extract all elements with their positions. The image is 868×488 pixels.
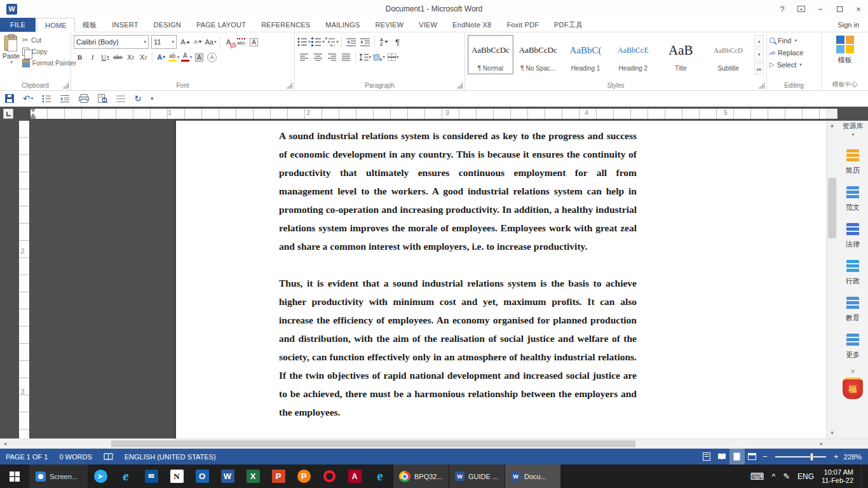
font-color-button[interactable]: A▾ (180, 51, 193, 64)
style-heading-2[interactable]: AaBbCcEHeading 2 (610, 35, 656, 74)
horizontal-scroll-thumb[interactable] (111, 440, 635, 447)
read-mode-button[interactable] (714, 449, 729, 464)
taskbar-pdf-app[interactable]: P (291, 464, 316, 488)
print-layout-button[interactable] (729, 449, 745, 464)
style-no-spacing[interactable]: AaBbCcDc¶ No Spac... (515, 35, 561, 74)
styles-scroll-down-button[interactable]: ▾ (754, 49, 764, 61)
highlight-button[interactable]: ab▾ (168, 51, 180, 64)
panel-item-law[interactable]: 法律 (844, 221, 861, 249)
zoom-percentage[interactable]: 228% (841, 453, 868, 461)
style-normal[interactable]: AaBbCcDc¶ Normal (468, 35, 513, 74)
shading-button[interactable]: ▾ (372, 51, 386, 64)
panel-item-admin[interactable]: 行政 (844, 258, 861, 286)
strikethrough-button[interactable]: abc (112, 51, 124, 64)
decrease-indent-button[interactable] (344, 36, 358, 48)
grow-font-button[interactable]: A (179, 36, 191, 48)
tab-endnote[interactable]: EndNote X8 (445, 18, 499, 32)
text-effects-button[interactable]: A▾ (155, 51, 167, 64)
style-heading-1[interactable]: AaBbC(Heading 1 (563, 35, 609, 74)
character-shading-button[interactable]: A (193, 51, 205, 64)
template-button[interactable]: 模板 (824, 34, 865, 66)
increase-indent-button[interactable] (358, 36, 372, 48)
ribbon-display-options-button[interactable]: ▴ (792, 0, 811, 18)
language-indicator[interactable]: ENGLISH (UNITED STATES) (119, 449, 222, 464)
enclose-characters-button[interactable]: A (206, 51, 218, 64)
bullets-button[interactable]: ▾ (297, 36, 311, 48)
taskbar-window-document1[interactable]: WDocu... (505, 464, 560, 488)
taskbar-excel[interactable]: X (240, 464, 266, 488)
taskbar-acrobat[interactable]: A (342, 464, 367, 488)
horizontal-ruler[interactable]: 1 2 3 4 5 (31, 109, 826, 119)
find-button[interactable]: Find▾ (770, 34, 818, 46)
left-indent-marker[interactable] (31, 117, 36, 119)
borders-button[interactable]: ▾ (386, 51, 400, 64)
tab-pdf-tools[interactable]: PDF工具 (546, 18, 590, 32)
panel-item-resume[interactable]: 简历 (844, 147, 861, 175)
qat-print-preview-button[interactable] (98, 94, 107, 103)
subscript-button[interactable]: X2 (125, 51, 137, 64)
qat-gridlines-button[interactable] (116, 95, 125, 103)
tray-expand-chevron[interactable]: ^ (772, 472, 776, 481)
panel-item-more[interactable]: 更多 (844, 332, 861, 360)
paragraph-dialog-launcher[interactable] (457, 83, 463, 88)
customize-qat-button[interactable]: ▾ (151, 95, 154, 102)
underline-button[interactable]: U▾ (99, 51, 111, 64)
pen-input-icon[interactable]: ✎ (783, 471, 790, 481)
sign-in-link[interactable]: Sign in (837, 18, 859, 32)
taskbar-mail[interactable]: ✉ (139, 464, 164, 488)
undo-button[interactable]: ↶▾ (23, 93, 33, 104)
maximize-button[interactable] (830, 0, 849, 18)
styles-scroll-up-button[interactable]: ▴ (754, 35, 764, 47)
superscript-button[interactable]: X2 (137, 51, 149, 64)
status-notes-button[interactable] (699, 449, 714, 464)
resource-panel-header[interactable]: 资源库▾ (843, 122, 864, 139)
document-text[interactable]: A sound industrial relations system is c… (279, 126, 637, 421)
cut-button[interactable]: ✂Cut (22, 34, 76, 46)
character-border-button[interactable]: A (248, 36, 260, 48)
panel-item-sample-docs[interactable]: 范文 (844, 184, 861, 212)
styles-gallery-more-button[interactable] (754, 62, 764, 74)
clear-formatting-button[interactable]: A (222, 36, 234, 48)
tab-file[interactable]: FILE (0, 18, 36, 32)
tab-insert[interactable]: INSERT (104, 18, 146, 32)
styles-dialog-launcher[interactable] (759, 83, 764, 88)
language-input-indicator[interactable]: ENG (797, 472, 814, 481)
scroll-left-arrow[interactable]: ◄ (0, 439, 10, 449)
taskbar-window-guide[interactable]: WGUIDE ... (449, 464, 505, 488)
clipboard-dialog-launcher[interactable] (63, 83, 69, 88)
multilevel-list-button[interactable]: ▾ (325, 36, 339, 48)
web-layout-button[interactable] (745, 449, 760, 464)
line-spacing-button[interactable]: ▾ (358, 51, 372, 64)
select-button[interactable]: ▷Select▾ (770, 58, 818, 71)
repeat-button[interactable]: ↻ (134, 93, 142, 104)
phonetic-guide-button[interactable]: abc (235, 36, 247, 48)
vertical-ruler[interactable]: 2 3 (19, 121, 29, 438)
align-right-button[interactable] (325, 51, 339, 64)
taskbar-powerpoint[interactable]: P (266, 464, 291, 488)
start-button[interactable] (0, 464, 29, 488)
font-size-select[interactable]: 11▾ (151, 35, 177, 49)
close-button[interactable]: × (849, 0, 868, 18)
taskbar-window-bpq32[interactable]: BPQ32... (393, 464, 449, 488)
tab-stop-selector[interactable] (3, 109, 13, 119)
tab-page-layout[interactable]: PAGE LAYOUT (189, 18, 254, 32)
tab-template[interactable]: 模板 (75, 18, 104, 32)
ruler-corner-button[interactable] (826, 109, 837, 119)
taskbar-notion[interactable]: N (164, 464, 189, 488)
replace-button[interactable]: abReplace (770, 46, 818, 58)
font-dialog-launcher[interactable] (287, 83, 292, 88)
taskbar-internet-explorer[interactable]: e (113, 464, 139, 488)
style-subtitle[interactable]: AaBbCcDSubtitle (705, 35, 751, 74)
zoom-out-button[interactable]: − (760, 452, 770, 461)
format-painter-button[interactable]: Format Painter (22, 57, 76, 69)
tab-foxit-pdf[interactable]: Foxit PDF (499, 18, 546, 32)
taskbar-edge[interactable]: e (367, 464, 393, 488)
vertical-scrollbar[interactable]: ▲ ▼ (826, 121, 837, 438)
tab-mailings[interactable]: MAILINGS (318, 18, 367, 32)
proofing-button[interactable] (98, 449, 119, 464)
zoom-slider[interactable] (775, 456, 826, 458)
taskbar-clock[interactable]: 10:07 AM 11-Feb-22 (822, 468, 853, 485)
vertical-scroll-thumb[interactable] (828, 178, 836, 238)
zoom-in-button[interactable]: + (831, 452, 841, 461)
minimize-button[interactable]: − (811, 0, 830, 18)
